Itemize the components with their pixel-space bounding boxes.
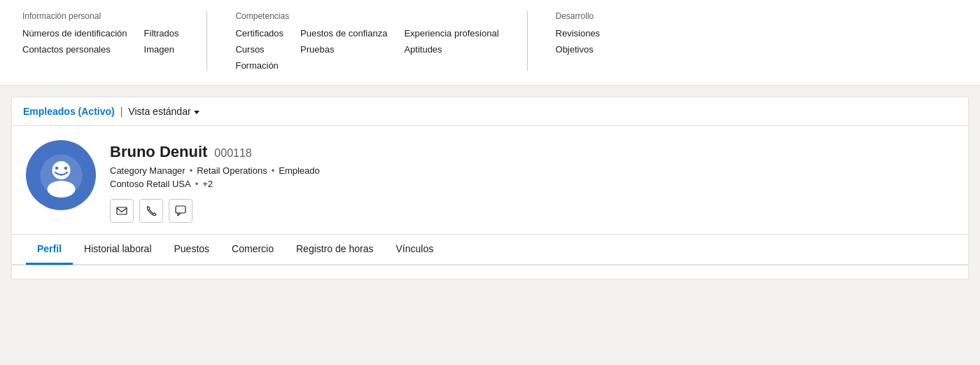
nav-section-title-desarrollo: Desarrollo [556,11,601,21]
list-header: Empleados (Activo) | Vista estándar [12,97,968,126]
chat-button[interactable] [169,199,192,223]
svg-rect-6 [176,206,186,213]
email-button[interactable] [110,199,134,223]
tab-vinculos[interactable]: Vínculos [385,235,445,265]
svg-rect-5 [117,207,127,214]
avatar [26,140,96,210]
nav-link-contactos-personales[interactable]: Contactos personales [22,44,127,55]
tab-registro[interactable]: Registro de horas [285,235,385,265]
employee-org-row: Contoso Retail USA • +2 [110,179,954,189]
nav-link-numeros-identificacion[interactable]: Números de identificación [22,28,127,39]
tab-comercio[interactable]: Comercio [220,235,285,265]
nav-link-formacion[interactable]: Formación [235,60,284,71]
phone-icon [146,205,157,216]
nav-section-items-desarrollo: RevisionesObjetivos [556,28,601,55]
bullet-1: • [190,165,193,176]
svg-point-3 [55,166,57,169]
nav-column-competencias-1: Puestos de confianzaPruebas [300,28,387,71]
nav-link-objetivos[interactable]: Objetivos [556,44,601,55]
phone-button[interactable] [139,199,163,223]
employee-card: Bruno Denuit 000118 Category Manager • R… [12,126,968,235]
nav-link-revisiones[interactable]: Revisiones [556,28,601,39]
tab-perfil[interactable]: Perfil [26,235,73,265]
chat-icon [175,205,186,216]
tab-puestos[interactable]: Puestos [163,235,221,265]
bottom-strip [11,266,969,280]
nav-section-competencias: CompetenciasCertificadosCursosFormaciónP… [235,11,527,71]
nav-column-informacion-personal-0: Números de identificaciónContactos perso… [22,28,127,55]
action-icons [110,199,954,223]
nav-link-puestos-confianza[interactable]: Puestos de confianza [300,28,387,39]
view-selector[interactable]: Vista estándar [128,106,199,117]
employee-extra: +2 [202,179,213,189]
svg-point-1 [52,161,70,179]
header-separator: | [120,106,123,117]
list-title[interactable]: Empleados (Activo) [23,106,115,117]
main-content: Empleados (Activo) | Vista estándar [11,97,969,266]
top-navigation: Información personalNúmeros de identific… [0,0,980,85]
employee-type: Empleado [279,165,320,176]
tabs-bar: PerfilHistorial laboralPuestosComercioRe… [12,235,968,265]
nav-link-filtrados[interactable]: Filtrados [144,28,179,39]
employee-department: Retail Operations [197,165,267,176]
nav-link-aptitudes[interactable]: Aptitudes [404,44,498,55]
employee-role-row: Category Manager • Retail Operations • E… [110,165,954,176]
svg-point-2 [47,181,75,198]
employee-info: Bruno Denuit 000118 Category Manager • R… [110,140,954,223]
nav-section-title-competencias: Competencias [235,11,498,21]
bullet-3: • [195,179,199,189]
nav-link-cursos[interactable]: Cursos [235,44,284,55]
nav-link-pruebas[interactable]: Pruebas [300,44,387,55]
employee-org: Contoso Retail USA [110,179,191,189]
nav-column-informacion-personal-1: FiltradosImagen [144,28,179,55]
tab-historial[interactable]: Historial laboral [73,235,162,265]
nav-section-items-informacion-personal: Números de identificaciónContactos perso… [22,28,178,55]
bullet-2: • [272,165,275,176]
nav-column-competencias-0: CertificadosCursosFormación [235,28,284,71]
nav-column-competencias-2: Experiencia profesionalAptitudes [404,28,498,71]
nav-column-desarrollo-0: RevisionesObjetivos [556,28,601,55]
nav-section-items-competencias: CertificadosCursosFormaciónPuestos de co… [235,28,498,71]
employee-name: Bruno Denuit [110,143,207,161]
employee-role: Category Manager [110,165,186,176]
nav-section-informacion-personal: Información personalNúmeros de identific… [22,11,207,71]
chevron-down-icon [194,111,200,114]
employee-name-row: Bruno Denuit 000118 [110,143,954,161]
nav-section-desarrollo: DesarrolloRevisionesObjetivos [556,11,629,71]
svg-point-4 [64,166,66,169]
email-icon [116,205,127,216]
nav-link-experiencia-profesional[interactable]: Experiencia profesional [404,28,498,39]
nav-link-certificados[interactable]: Certificados [235,28,284,39]
employee-id: 000118 [214,147,251,160]
nav-section-title-informacion-personal: Información personal [22,11,178,21]
nav-link-imagen[interactable]: Imagen [144,44,179,55]
